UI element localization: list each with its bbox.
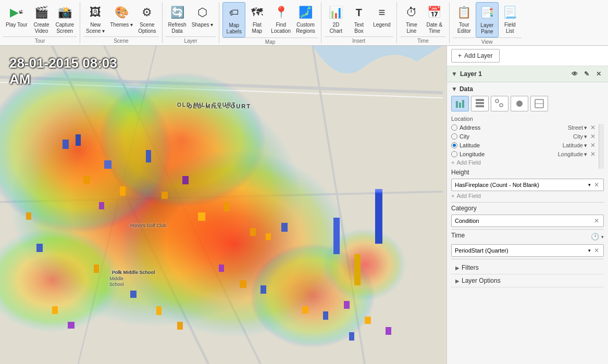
svg-rect-27 xyxy=(375,189,382,193)
2d-chart-button[interactable]: 📊 2DChart xyxy=(325,2,348,36)
time-remove-button[interactable]: ✕ xyxy=(593,247,600,254)
svg-rect-38 xyxy=(26,212,31,220)
category-remove-button[interactable]: ✕ xyxy=(593,217,600,224)
right-panel: + Add Layer ▼ Layer 1 👁 ✎ ✕ ▼ xyxy=(446,46,608,364)
location-label: Location xyxy=(451,116,604,122)
height-remove-button[interactable]: ✕ xyxy=(593,181,600,189)
heatmap-svg xyxy=(0,46,446,364)
time-header: Time 🕐 ▾ xyxy=(451,232,604,242)
location-fields: Address Street ▾ ✕ City City ▾ ✕ Lat xyxy=(451,124,597,169)
location-field-latitude: Latitude Latitude ▾ ✕ xyxy=(451,142,597,149)
layer-edit-button[interactable]: ✎ xyxy=(581,69,592,79)
city-radio[interactable] xyxy=(451,133,457,140)
svg-rect-47 xyxy=(365,317,371,324)
capture-screen-icon: 📸 xyxy=(56,4,73,21)
add-layer-plus-icon: + xyxy=(458,52,462,59)
latitude-remove-button[interactable]: ✕ xyxy=(589,142,597,149)
capture-screen-button[interactable]: 📸 CaptureScreen xyxy=(53,2,77,36)
map-labels-button[interactable]: 🏷 MapLabels xyxy=(222,2,245,37)
filters-arrow: ▶ xyxy=(455,265,460,271)
date-time-button[interactable]: 📅 Date &Time xyxy=(423,2,446,36)
shapes-button[interactable]: ⬡ Shapes ▾ xyxy=(189,2,216,30)
category-field-value: Condition xyxy=(455,218,591,224)
create-video-button[interactable]: 🎬 CreateVideo xyxy=(30,2,53,36)
map-labels-icon: 🏷 xyxy=(226,5,242,21)
address-radio[interactable] xyxy=(451,124,457,131)
svg-rect-41 xyxy=(68,322,75,329)
svg-rect-35 xyxy=(302,306,308,313)
field-list-button[interactable]: 📃 FieldList xyxy=(499,2,522,36)
dtype-scatter-button[interactable] xyxy=(491,96,508,111)
svg-rect-50 xyxy=(456,101,458,108)
themes-button[interactable]: 🎨 Themes ▾ xyxy=(107,2,135,30)
longitude-dropdown-arrow: ▾ xyxy=(584,151,587,158)
time-section: Time 🕐 ▾ PeriodStart (Quarter) ▾ ✕ xyxy=(451,232,604,257)
dtype-surface-button[interactable] xyxy=(530,96,548,111)
scene-options-icon: ⚙ xyxy=(139,4,155,21)
svg-rect-54 xyxy=(476,105,484,107)
scene-options-button[interactable]: ⚙ SceneOptions xyxy=(135,2,158,36)
custom-regions-icon: 🗾 xyxy=(297,4,314,21)
toolbar-group-scene: 🖼 NewScene ▾ 🎨 Themes ▾ ⚙ SceneOptions S… xyxy=(80,2,163,43)
layer-collapse-arrow[interactable]: ▼ xyxy=(451,70,457,78)
dtype-bar-button[interactable] xyxy=(451,96,469,111)
location-add-field[interactable]: + Add Field xyxy=(451,159,597,166)
height-add-field[interactable]: + Add Field xyxy=(451,193,604,199)
dtype-dot-button[interactable] xyxy=(511,96,528,111)
longitude-remove-button[interactable]: ✕ xyxy=(589,150,597,158)
tour-editor-button[interactable]: 📋 TourEditor xyxy=(453,2,476,36)
divider-2 xyxy=(451,229,604,230)
category-field-row[interactable]: Condition ✕ xyxy=(451,215,604,227)
add-layer-button[interactable]: + Add Layer xyxy=(451,49,500,62)
legend-button[interactable]: ≡ Legend xyxy=(370,2,393,30)
layer-close-button[interactable]: ✕ xyxy=(593,69,604,79)
height-field-row[interactable]: HasFireplace (Count - Not Blank) ▾ ✕ xyxy=(451,179,604,191)
main-area: OLD MILL COURT Polk Middle School 28-01-… xyxy=(0,46,608,364)
map-container[interactable]: OLD MILL COURT Polk Middle School 28-01-… xyxy=(0,46,446,364)
location-field-longitude: Longitude Longitude ▾ ✕ xyxy=(451,150,597,158)
insert-group-label: Insert xyxy=(325,36,393,44)
svg-rect-39 xyxy=(36,244,43,252)
text-box-button[interactable]: T TextBox xyxy=(348,2,370,36)
address-dropdown-arrow: ▾ xyxy=(584,124,587,131)
layer-pane-icon: 📑 xyxy=(479,5,495,21)
layer-options-row[interactable]: ▶ Layer Options xyxy=(451,274,604,287)
play-tour-button[interactable]: ▶📽 Play Tour xyxy=(3,2,30,30)
svg-rect-45 xyxy=(177,322,183,330)
layer-actions: 👁 ✎ ✕ xyxy=(569,69,604,79)
layer-pane-button[interactable]: 📑 LayerPane xyxy=(476,2,499,37)
svg-rect-44 xyxy=(156,306,162,315)
address-remove-button[interactable]: ✕ xyxy=(589,124,597,131)
refresh-data-button[interactable]: 🔄 RefreshData xyxy=(166,2,189,36)
dtype-column-button[interactable] xyxy=(471,96,489,111)
toolbar-group-layer: 🔄 RefreshData ⬡ Shapes ▾ Layer xyxy=(163,2,220,43)
svg-rect-17 xyxy=(104,160,111,169)
svg-rect-55 xyxy=(476,99,484,101)
layer-visibility-button[interactable]: 👁 xyxy=(569,69,580,79)
data-section-label: Data xyxy=(460,85,473,93)
time-line-button[interactable]: ⏱ TimeLine xyxy=(400,2,423,36)
time-settings-arrow[interactable]: ▾ xyxy=(601,234,604,240)
location-scrollbar[interactable] xyxy=(599,124,604,169)
custom-regions-button[interactable]: 🗾 CustomRegions xyxy=(293,2,318,36)
svg-rect-36 xyxy=(323,311,328,320)
data-collapse-arrow[interactable]: ▼ xyxy=(451,85,457,93)
toolbar-group-view: 📋 TourEditor 📑 LayerPane 📃 FieldList Vie… xyxy=(450,2,525,43)
create-video-icon: 🎬 xyxy=(33,4,50,21)
layer-group-label: Layer xyxy=(166,36,216,44)
svg-rect-53 xyxy=(476,102,484,104)
find-location-button[interactable]: 📍 FindLocation xyxy=(268,2,293,36)
city-dropdown-arrow: ▾ xyxy=(584,133,587,140)
longitude-radio[interactable] xyxy=(451,151,457,157)
new-scene-button[interactable]: 🖼 NewScene ▾ xyxy=(83,2,107,36)
height-dropdown-arrow: ▾ xyxy=(588,182,591,187)
filters-row[interactable]: ▶ Filters xyxy=(451,261,604,274)
city-remove-button[interactable]: ✕ xyxy=(589,133,597,140)
time-field-row[interactable]: PeriodStart (Quarter) ▾ ✕ xyxy=(451,244,604,257)
svg-rect-46 xyxy=(349,332,354,341)
svg-rect-30 xyxy=(266,233,271,240)
latitude-radio[interactable] xyxy=(451,142,457,148)
svg-point-57 xyxy=(500,104,503,107)
flat-map-button[interactable]: 🗺 FlatMap xyxy=(245,2,268,36)
text-box-icon: T xyxy=(351,4,367,21)
